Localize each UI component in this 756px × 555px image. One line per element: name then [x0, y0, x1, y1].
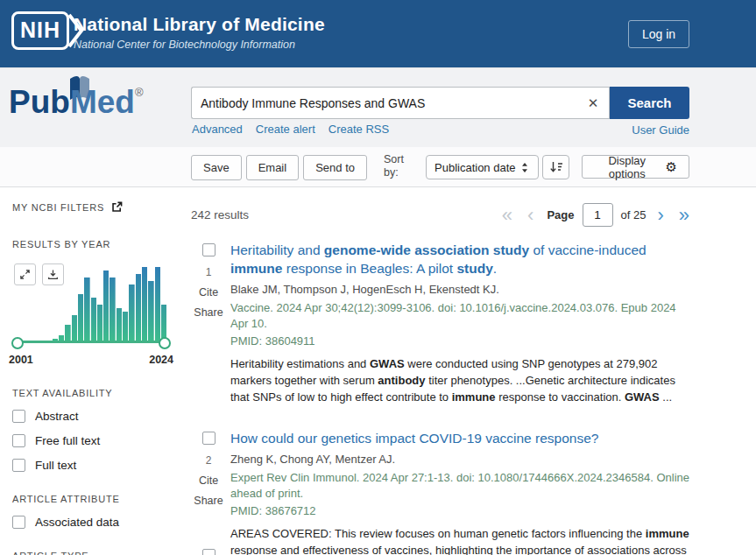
year-bar-2019[interactable] — [129, 285, 134, 342]
text-segment: immune — [230, 261, 282, 276]
result-rail: 1CiteShare — [191, 241, 226, 405]
result-citation: Vaccine. 2024 Apr 30;42(12):3099-3106. d… — [230, 300, 689, 332]
site-subtitle: National Center for Biotechnology Inform… — [74, 39, 325, 51]
filter-option-label: Full text — [35, 459, 76, 472]
year-bar-2018[interactable] — [123, 312, 128, 342]
display-options-button[interactable]: Display options ⚙ — [582, 155, 689, 179]
filter-option[interactable]: Free full text — [12, 434, 175, 447]
year-end-label: 2024 — [149, 354, 173, 366]
filter-group-heading: ARTICLE ATTRIBUTE — [12, 494, 175, 504]
cite-button[interactable]: Cite — [199, 286, 218, 299]
download-chart-button[interactable] — [42, 263, 64, 285]
create-rss-link[interactable]: Create RSS — [329, 123, 389, 136]
create-alert-link[interactable]: Create alert — [256, 123, 315, 136]
results-by-year-label: RESULTS BY YEAR — [12, 239, 110, 249]
checkbox[interactable] — [12, 459, 25, 472]
year-bar-2012[interactable] — [84, 278, 89, 342]
nih-logo-text: NIH — [11, 11, 69, 50]
result-number: 2 — [206, 454, 212, 467]
year-bar-2014[interactable] — [97, 305, 102, 342]
result-pmid: PMID: 38604911 — [230, 334, 689, 348]
registered-mark: ® — [135, 86, 144, 99]
year-bar-2011[interactable] — [78, 294, 83, 342]
text-segment: genome-wide association study — [324, 242, 529, 257]
text-segment: GWAS — [625, 390, 660, 404]
year-slider-track — [12, 341, 170, 343]
year-bar-2021[interactable] — [142, 267, 147, 342]
filter-group: ARTICLE TYPE — [12, 551, 175, 555]
share-button[interactable]: Share — [194, 306, 223, 319]
result-authors: Blake JM, Thompson J, HogenEsch H, Ekens… — [230, 283, 689, 296]
sort-select-value: Publication date — [435, 161, 516, 174]
email-button[interactable]: Email — [246, 155, 300, 180]
result-snippet: AREAS COVERED: This review focuses on hu… — [230, 525, 689, 555]
expand-icon — [19, 269, 31, 280]
save-button[interactable]: Save — [191, 155, 242, 180]
display-options-label: Display options — [594, 154, 661, 180]
filter-option[interactable]: Abstract — [12, 410, 175, 423]
result-title-link[interactable]: Heritability and genome-wide association… — [230, 241, 689, 278]
last-page-button[interactable]: » — [679, 206, 689, 225]
filter-option[interactable]: Associated data — [12, 516, 175, 529]
checkbox[interactable] — [12, 434, 25, 447]
text-segment: response to vaccination. — [496, 390, 625, 404]
result-checkbox[interactable] — [202, 243, 215, 256]
pubmed-logo-med: Med — [70, 84, 135, 120]
result-body: How could our genetics impact COVID-19 v… — [230, 429, 689, 555]
year-bar-2017[interactable] — [117, 308, 122, 342]
sort-order-button[interactable] — [542, 155, 569, 179]
site-title[interactable]: National Library of Medicine — [74, 14, 325, 35]
text-segment: ... — [660, 390, 672, 404]
year-bar-2013[interactable] — [91, 298, 96, 342]
year-bar-2020[interactable] — [136, 274, 141, 342]
text-segment: response in Beagles: A pilot — [282, 261, 456, 276]
page-input[interactable] — [583, 203, 613, 227]
pubmed-logo[interactable]: Pub Med ® — [9, 84, 143, 121]
result-rail: 2CiteShare — [191, 429, 226, 555]
results-by-year-chart — [12, 262, 170, 342]
year-slider-handle-end[interactable] — [159, 337, 171, 349]
year-slider-handle-start[interactable] — [11, 337, 24, 349]
filter-option-label: Free full text — [35, 434, 100, 447]
filter-group-heading: TEXT AVAILABILITY — [12, 388, 175, 398]
year-bar-2015[interactable] — [103, 270, 109, 342]
expand-chart-button[interactable] — [14, 263, 36, 285]
search-input[interactable] — [191, 87, 577, 119]
cite-button[interactable]: Cite — [199, 474, 218, 487]
text-segment: . — [493, 261, 497, 276]
checkbox[interactable] — [12, 410, 25, 423]
search-button[interactable]: Search — [610, 87, 689, 119]
advanced-link[interactable]: Advanced — [192, 123, 243, 136]
share-button[interactable]: Share — [194, 495, 223, 507]
text-segment: Heritability estimations and — [230, 357, 370, 370]
result-checkbox[interactable] — [202, 549, 215, 555]
text-segment: immune — [452, 390, 496, 404]
user-guide-link[interactable]: User Guide — [632, 123, 689, 137]
result-snippet: Heritability estimations and GWAS were c… — [230, 355, 689, 405]
year-bar-2016[interactable] — [110, 278, 115, 342]
results-toolbar: Save Email Send to Sort by: Publication … — [0, 147, 756, 187]
prev-page-button[interactable]: ‹ — [527, 206, 533, 225]
nlm-header: NIH National Library of Medicine Nationa… — [0, 0, 756, 67]
text-segment: AREAS COVERED: This review focuses on hu… — [230, 527, 646, 540]
checkbox[interactable] — [12, 516, 25, 529]
sort-order-icon — [549, 161, 563, 173]
year-bar-2022[interactable] — [148, 281, 153, 342]
login-button[interactable]: Log in — [628, 20, 689, 48]
clear-search-icon[interactable]: ✕ — [577, 87, 610, 119]
result-checkbox[interactable] — [202, 432, 215, 445]
text-segment: response and effectiveness of vaccines, … — [230, 544, 687, 555]
text-segment: Heritability and — [230, 242, 324, 257]
filter-group: ARTICLE ATTRIBUTEAssociated data — [12, 494, 175, 529]
result-title-link[interactable]: How could our genetics impact COVID-19 v… — [230, 429, 689, 447]
send-to-button[interactable]: Send to — [303, 155, 367, 180]
first-page-button[interactable]: « — [502, 206, 512, 225]
filter-option[interactable]: Full text — [12, 459, 175, 472]
year-bar-2023[interactable] — [155, 267, 160, 342]
next-page-button[interactable]: › — [657, 206, 663, 225]
filter-group: TEXT AVAILABILITYAbstractFree full textF… — [12, 388, 175, 472]
year-bar-2010[interactable] — [72, 315, 77, 342]
result-pmid: PMID: 38676712 — [230, 504, 689, 517]
sort-select[interactable]: Publication date — [426, 155, 539, 179]
my-ncbi-filters[interactable]: MY NCBI FILTERS — [12, 201, 175, 213]
